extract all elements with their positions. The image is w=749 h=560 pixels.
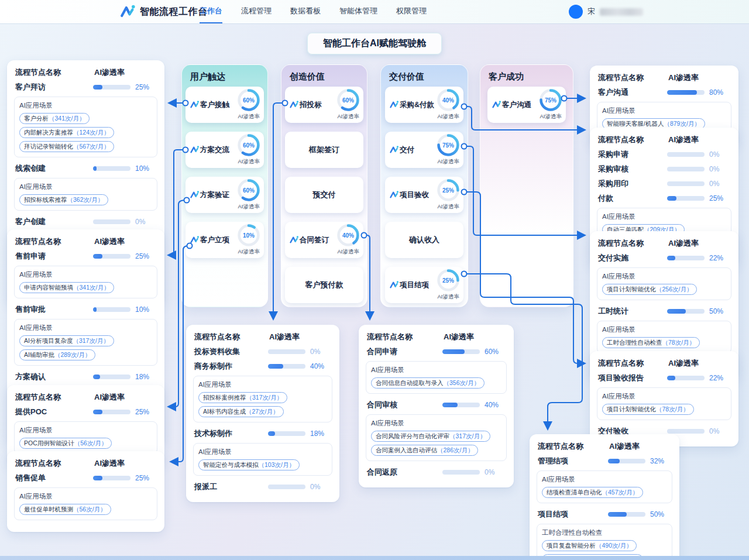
node-name: 合同返原 (367, 467, 442, 477)
flow-node-方案验证[interactable]: 方案验证60%AI渗透率 (185, 177, 264, 213)
scenario-label: AI应用场景 (371, 419, 501, 428)
flow-node-招投标[interactable]: 招投标60%AI渗透率 (285, 87, 363, 123)
flow-node-确认收入[interactable]: 确认收入 (385, 222, 463, 258)
progress-bar (667, 181, 705, 186)
ai-scenario-tag[interactable]: 工时合理性自动检查（78次/月） (602, 337, 700, 348)
process-row-项目结项: 项目结项50% (538, 509, 671, 520)
col-ai-rate: AI渗透率 (94, 392, 156, 403)
card-header: 流程节点名称AI渗透率 (15, 392, 156, 403)
ai-scenario-tag[interactable]: 拜访记录智能转化（567次/月） (19, 141, 114, 152)
ai-logo-icon (190, 100, 200, 110)
ai-scenario-tag[interactable]: 客户分析（341次/月） (19, 113, 90, 124)
nav-item-1[interactable]: 流程管理 (241, 0, 272, 23)
donut-label: AI渗透率 (238, 113, 260, 121)
flow-node-交付[interactable]: 交付75%AI渗透率 (385, 132, 463, 168)
flow-node-合同签订[interactable]: 合同签订40%AI渗透率 (285, 222, 363, 258)
ai-scenario-tag[interactable]: 招投标案例推荐（317次/月） (198, 392, 287, 403)
ai-scenario-tag[interactable]: POC用例智能设计（56次/月） (19, 438, 112, 449)
node-name: 项目结项 (538, 509, 608, 520)
ai-scenario-tag[interactable]: 结项检查清单自动化（457次/月） (542, 487, 643, 498)
node-name: 客户创建 (15, 217, 93, 227)
ai-scenario-box: 工时合理性自动检查项目复盘智能分析（490次/月）知识自动提炼与归档（490次/… (537, 524, 672, 560)
donut-label: AI渗透率 (438, 158, 459, 166)
process-row-交付实施: 交付实施22% (598, 253, 730, 263)
progress-bar (667, 90, 705, 95)
dashboard-stage: 智能流程工作台 工作台流程管理数据看板智能体管理权限管理 宋 智能工作台AI赋能… (0, 0, 749, 560)
flow-node-客户立项[interactable]: 客户立项10%AI渗透率 (185, 222, 264, 258)
user-box[interactable]: 宋 (569, 0, 643, 23)
nav-item-0[interactable]: 工作台 (200, 0, 222, 23)
pct-value: 18% (135, 373, 156, 381)
pct-value: 40% (310, 362, 331, 370)
process-row-售前申请: 售前申请25% (15, 251, 156, 262)
node-name: 客户预付款 (285, 267, 363, 303)
ai-scenario-tag[interactable]: AI分析项目复杂度（317次/月） (19, 335, 114, 346)
nav-item-3[interactable]: 智能体管理 (339, 0, 377, 23)
progress-bar (667, 376, 705, 380)
progress-bar (608, 459, 645, 463)
node-name: 项目结项 (400, 280, 429, 290)
ai-scenario-tag[interactable]: 项目计划智能优化（78次/月） (602, 404, 694, 415)
flow-node-预交付[interactable]: 预交付 (285, 177, 363, 213)
svg-text:75%: 75% (442, 142, 454, 149)
flow-node-客户沟通[interactable]: 客户沟通75%AI渗透率 (487, 87, 566, 123)
svg-text:60%: 60% (243, 142, 255, 149)
ai-scenario-tag[interactable]: AI标书内容生成（27次/月） (198, 406, 284, 417)
flow-node-客户接触[interactable]: 客户接触60%AI渗透率 (185, 87, 264, 123)
donut-gauge: 40% (336, 223, 360, 248)
ai-scenario-tag[interactable]: 合同信息自动提取与录入（356次/月） (371, 377, 485, 389)
col-node-name: 流程节点名称 (538, 441, 609, 452)
flow-node-项目结项[interactable]: 项目结项25%AI渗透率 (385, 267, 463, 303)
node-name: 方案确认 (15, 372, 93, 382)
nav-item-2[interactable]: 数据看板 (290, 0, 321, 23)
svg-text:40%: 40% (442, 97, 454, 104)
ai-scenario-tag[interactable]: AI辅助审批（289次/月） (19, 349, 95, 360)
flow-node-采购&付款[interactable]: 采购&付款40%AI渗透率 (385, 87, 463, 123)
flow-node-框架签订[interactable]: 框架签订 (285, 132, 363, 168)
ai-scenario-tag[interactable]: 项目复盘智能分析（490次/月） (542, 540, 637, 551)
donut-gauge: 60% (336, 88, 360, 112)
ai-scenario-tag[interactable]: 智能定价与成本模拟（103次/月） (198, 459, 300, 470)
nav-item-4[interactable]: 权限管理 (396, 0, 427, 23)
ai-logo-icon (190, 235, 200, 245)
avatar[interactable] (569, 5, 583, 19)
ai-scenario-tag[interactable]: 招投标线索推荐（362次/月） (19, 194, 108, 205)
ai-scenario-tag[interactable]: 项目计划智能优化（256次/月） (602, 284, 697, 295)
node-name: 客户立项 (200, 235, 229, 245)
donut-label: AI渗透率 (338, 248, 359, 256)
detail-card-B2: 流程节点名称AI渗透率合同申请60%AI应用场景合同信息自动提取与录入（356次… (359, 325, 514, 487)
process-row-销售促单: 销售促单25% (15, 473, 156, 483)
scenario-label: AI应用场景 (19, 426, 152, 435)
donut-label: AI渗透率 (238, 158, 260, 166)
flow-node-客户预付款[interactable]: 客户预付款 (285, 267, 363, 303)
progress-bar (268, 364, 305, 369)
ai-scenario-tag[interactable]: 最佳促单时机预测（56次/月） (19, 504, 111, 515)
column-title: 用户触达 (182, 65, 267, 87)
pct-value: 60% (485, 348, 506, 356)
ai-scenario-tag[interactable]: 合同案例入选自动评估（286次/月） (371, 445, 478, 456)
card-header: 流程节点名称AI渗透率 (598, 238, 730, 249)
scenario-label: AI应用场景 (19, 324, 152, 332)
donut-gauge: 75% (436, 133, 461, 157)
ai-logo-icon (289, 235, 299, 245)
flow-node-项目验收[interactable]: 项目验收25%AI渗透率 (385, 177, 463, 213)
card-header: 流程节点名称AI渗透率 (598, 358, 730, 369)
col-ai-rate: AI渗透率 (668, 135, 730, 145)
user-name-redacted (600, 8, 643, 16)
card-header: 流程节点名称AI渗透率 (15, 236, 156, 247)
svg-text:10%: 10% (243, 232, 255, 239)
ai-logo-icon (389, 280, 399, 290)
svg-text:60%: 60% (243, 187, 255, 194)
flow-node-方案交流[interactable]: 方案交流60%AI渗透率 (185, 132, 264, 168)
process-row-工时统计: 工时统计50% (598, 306, 730, 317)
ai-scenario-tag[interactable]: 合同风险评分与自动化评审（317次/月） (371, 431, 490, 442)
process-row-技术标制作: 技术标制作18% (194, 428, 331, 439)
col-ai-rate: AI渗透率 (269, 332, 331, 342)
ai-scenario-tag[interactable]: 申请内容智能预填（341次/月） (19, 282, 114, 293)
bottom-strip (0, 556, 749, 560)
column-title: 客户成功 (480, 65, 573, 87)
card-header: 流程节点名称AI渗透率 (15, 67, 156, 78)
progress-bar (93, 476, 130, 480)
progress-bar (268, 431, 305, 436)
ai-scenario-tag[interactable]: 内部解决方案推荐（124次/月） (19, 127, 114, 138)
